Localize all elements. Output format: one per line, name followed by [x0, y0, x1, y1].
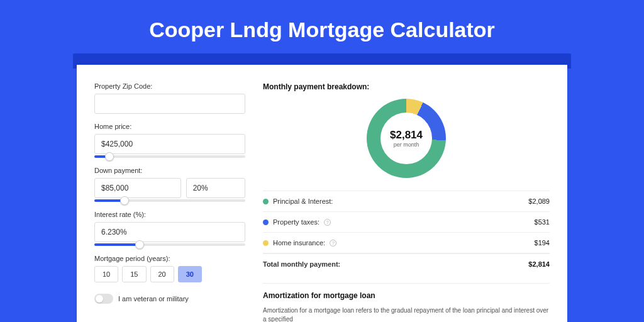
veteran-label: I am veteran or military: [118, 295, 189, 303]
breakdown-heading: Monthly payment breakdown:: [263, 82, 550, 91]
donut-center-value: $2,814: [390, 129, 423, 142]
breakdown-label: Home insurance:: [273, 239, 325, 247]
total-value: $2,814: [528, 260, 550, 268]
breakdown-label: Property taxes:: [273, 218, 319, 226]
legend-dot: [263, 219, 269, 225]
period-button-30[interactable]: 30: [178, 266, 202, 282]
breakdown-row: Property taxes:?$531: [263, 211, 550, 232]
amortization-section: Amortization for mortgage loan Amortizat…: [263, 283, 550, 322]
legend-dot: [263, 240, 269, 246]
home-price-input[interactable]: [94, 134, 245, 154]
results-panel: Monthly payment breakdown: $2,814 per mo…: [263, 82, 550, 322]
total-row: Total monthly payment: $2,814: [263, 253, 550, 274]
payment-donut-chart: $2,814 per month: [367, 99, 446, 178]
legend-dot: [263, 199, 269, 204]
breakdown-label: Principal & Interest:: [273, 197, 333, 205]
donut-center-sub: per month: [394, 142, 419, 148]
breakdown-row: Home insurance:?$194: [263, 232, 550, 253]
period-button-15[interactable]: 15: [122, 266, 146, 282]
breakdown-value: $2,089: [528, 197, 550, 205]
down-payment-percent-input[interactable]: [186, 178, 245, 198]
breakdown-value: $194: [535, 239, 550, 247]
calculator-card: Property Zip Code: Home price: Down paym…: [77, 65, 567, 322]
amortization-heading: Amortization for mortgage loan: [263, 291, 550, 300]
interest-rate-slider[interactable]: [94, 243, 245, 246]
amortization-body: Amortization for a mortgage loan refers …: [263, 306, 550, 322]
period-button-20[interactable]: 20: [150, 266, 174, 282]
total-label: Total monthly payment:: [263, 260, 340, 268]
interest-rate-input[interactable]: [94, 222, 245, 242]
form-panel: Property Zip Code: Home price: Down paym…: [94, 82, 245, 322]
breakdown-value: $531: [535, 218, 550, 226]
zip-label: Property Zip Code:: [94, 82, 245, 90]
home-price-slider[interactable]: [94, 155, 245, 158]
down-payment-label: Down payment:: [94, 167, 245, 174]
interest-rate-label: Interest rate (%):: [94, 211, 245, 218]
breakdown-row: Principal & Interest:$2,089: [263, 191, 550, 211]
down-payment-input[interactable]: [94, 178, 181, 198]
home-price-label: Home price:: [94, 123, 245, 130]
zip-input[interactable]: [94, 94, 245, 114]
info-icon[interactable]: ?: [330, 240, 336, 247]
page-title: Cooper Lndg Mortgage Calculator: [0, 0, 644, 53]
veteran-toggle[interactable]: [94, 294, 113, 304]
down-payment-slider[interactable]: [94, 199, 245, 202]
info-icon[interactable]: ?: [324, 219, 331, 226]
period-button-10[interactable]: 10: [94, 266, 118, 282]
mortgage-period-label: Mortgage period (years):: [94, 255, 245, 262]
